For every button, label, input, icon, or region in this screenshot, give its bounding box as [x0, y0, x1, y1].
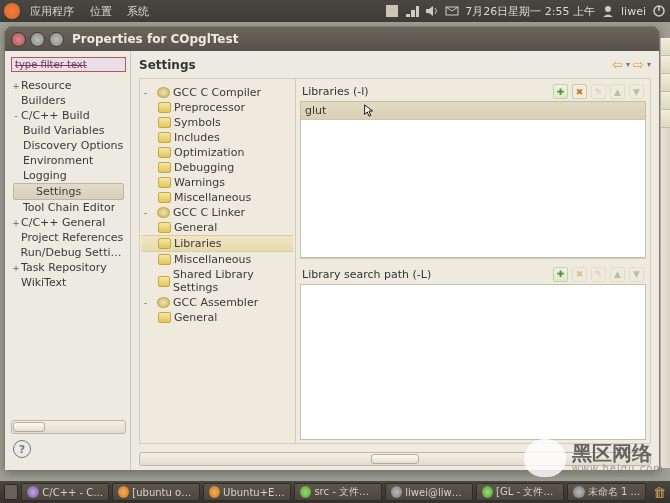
folder-icon	[158, 276, 170, 287]
svg-point-2	[605, 6, 611, 12]
tree-node[interactable]: -GCC C Linker	[142, 205, 293, 220]
maximize-button[interactable]	[49, 32, 64, 47]
mail-icon[interactable]	[445, 4, 459, 18]
nav-pane: type filter text +ResourceBuilders-C/C++…	[5, 51, 131, 470]
remove-path-button[interactable]: ✖	[572, 267, 587, 282]
tree-node[interactable]: General	[142, 220, 293, 235]
edit-library-button[interactable]: ✎	[591, 84, 606, 99]
tree-node[interactable]: Libraries	[142, 235, 293, 252]
folder-icon	[158, 177, 171, 188]
nav-item[interactable]: +Resource	[11, 78, 126, 93]
user-icon[interactable]	[601, 4, 615, 18]
network-icon[interactable]	[405, 4, 419, 18]
nav-scrollbar[interactable]	[11, 420, 126, 434]
tree-node[interactable]: -GCC C Compiler	[142, 85, 293, 100]
menu-places[interactable]: 位置	[90, 5, 112, 18]
nav-item[interactable]: Run/Debug Settings	[11, 245, 126, 260]
nav-item[interactable]: Logging	[11, 168, 126, 183]
nav-item[interactable]: +C/C++ General	[11, 215, 126, 230]
tree-node[interactable]: Debugging	[142, 160, 293, 175]
list-item[interactable]: glut	[301, 102, 645, 120]
libraries-label: Libraries (-l)	[302, 85, 369, 98]
edit-path-button[interactable]: ✎	[591, 267, 606, 282]
window-titlebar[interactable]: Properties for COpglTest	[5, 27, 659, 51]
nav-item[interactable]: Tool Chain Editor	[11, 200, 126, 215]
nav-tree[interactable]: +ResourceBuilders-C/C++ BuildBuild Varia…	[11, 78, 126, 416]
path-move-up-button[interactable]: ▲	[610, 267, 625, 282]
user-name[interactable]: liwei	[621, 5, 646, 18]
filter-input[interactable]: type filter text	[11, 57, 126, 72]
taskbar-task[interactable]: liwei@liwei...	[385, 483, 473, 501]
power-icon[interactable]	[652, 4, 666, 18]
taskbar-task[interactable]: Ubuntu+Ec...	[203, 483, 291, 501]
back-button[interactable]: ⇦	[612, 57, 623, 72]
tree-node[interactable]: Shared Library Settings	[142, 267, 293, 295]
page-title: Settings	[139, 58, 196, 72]
menu-apps[interactable]: 应用程序	[30, 5, 74, 18]
move-down-button[interactable]: ▼	[629, 84, 644, 99]
desktop-menus[interactable]: 应用程序 位置 系统	[24, 4, 155, 19]
folder-icon	[158, 192, 171, 203]
nav-item[interactable]: WikiText	[11, 275, 126, 290]
forward-menu[interactable]: ▾	[647, 60, 651, 69]
library-search-path-label: Library search path (-L)	[302, 268, 431, 281]
add-path-button[interactable]: ✚	[553, 267, 568, 282]
folder-icon	[158, 147, 171, 158]
library-search-path-list[interactable]	[300, 284, 646, 441]
cursor-icon	[363, 104, 375, 118]
path-move-down-button[interactable]: ▼	[629, 267, 644, 282]
folder-icon	[158, 162, 171, 173]
tree-node[interactable]: Includes	[142, 130, 293, 145]
remove-library-button[interactable]: ✖	[572, 84, 587, 99]
nav-item[interactable]: -C/C++ Build	[11, 108, 126, 123]
close-button[interactable]	[11, 32, 26, 47]
taskbar-task[interactable]: src - 文件浏...	[294, 483, 382, 501]
nav-item[interactable]: Discovery Options	[11, 138, 126, 153]
folder-icon	[158, 312, 171, 323]
desktop-taskbar: C/C++ - C...[ubuntu op...Ubuntu+Ec...src…	[0, 481, 670, 503]
ubuntu-logo-icon	[4, 3, 20, 19]
taskbar-task[interactable]: [GL - 文件浏...	[476, 483, 564, 501]
help-button[interactable]: ?	[13, 440, 31, 458]
tree-node[interactable]: Warnings	[142, 175, 293, 190]
folder-icon	[158, 222, 171, 233]
content-scrollbar[interactable]	[139, 452, 651, 466]
nav-item[interactable]: Build Variables	[11, 123, 126, 138]
show-desktop-button[interactable]	[4, 484, 18, 500]
tree-node[interactable]: Miscellaneous	[142, 252, 293, 267]
systray: 7月26日星期一 2:55 上午 liwei	[385, 4, 666, 19]
tree-node[interactable]: General	[142, 310, 293, 325]
nav-item[interactable]: Settings	[13, 183, 124, 200]
move-up-button[interactable]: ▲	[610, 84, 625, 99]
app-icon[interactable]	[385, 4, 399, 18]
settings-tree[interactable]: -GCC C CompilerPreprocessorSymbolsInclud…	[140, 79, 296, 443]
desktop-top-panel: 应用程序 位置 系统 7月26日星期一 2:55 上午 liwei	[0, 0, 670, 22]
add-library-button[interactable]: ✚	[553, 84, 568, 99]
taskbar-task[interactable]: 未命名 1 ...	[567, 483, 646, 501]
nav-item[interactable]: Environment	[11, 153, 126, 168]
back-menu[interactable]: ▾	[626, 60, 630, 69]
tree-node[interactable]: Preprocessor	[142, 100, 293, 115]
properties-window: Properties for COpglTest type filter tex…	[4, 26, 660, 471]
taskbar-task[interactable]: C/C++ - C...	[21, 483, 109, 501]
tree-node[interactable]: Miscellaneous	[142, 190, 293, 205]
tree-node[interactable]: -GCC Assembler	[142, 295, 293, 310]
trash-icon[interactable]: 🗑	[652, 484, 666, 500]
nav-item[interactable]: +Task Repository	[11, 260, 126, 275]
menu-system[interactable]: 系统	[127, 5, 149, 18]
forward-button[interactable]: ⇨	[633, 57, 644, 72]
clock[interactable]: 7月26日星期一 2:55 上午	[465, 4, 595, 19]
svg-rect-0	[386, 5, 398, 17]
nav-item[interactable]: Builders	[11, 93, 126, 108]
minimize-button[interactable]	[30, 32, 45, 47]
tree-node[interactable]: Symbols	[142, 115, 293, 130]
tree-node[interactable]: Optimization	[142, 145, 293, 160]
libraries-list[interactable]: glut	[300, 101, 646, 258]
nav-item[interactable]: Project References	[11, 230, 126, 245]
volume-icon[interactable]	[425, 4, 439, 18]
taskbar-task[interactable]: [ubuntu op...	[112, 483, 200, 501]
folder-icon	[158, 254, 171, 265]
folder-icon	[158, 132, 171, 143]
window-title: Properties for COpglTest	[72, 32, 238, 46]
folder-icon	[158, 102, 171, 113]
